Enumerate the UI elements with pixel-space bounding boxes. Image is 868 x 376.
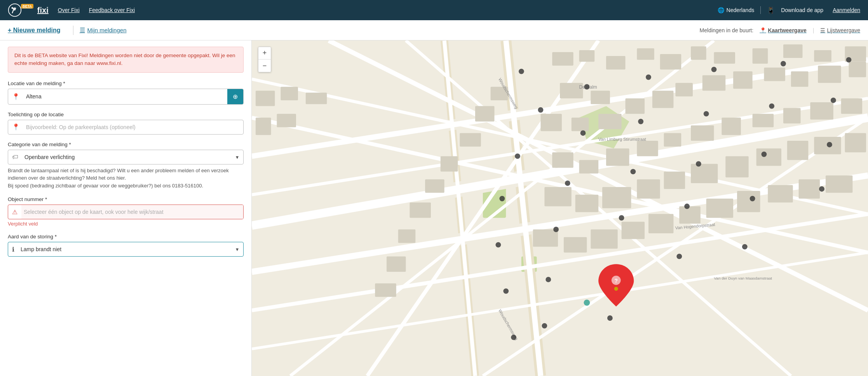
logo-text: fixi [37,6,49,15]
gps-button[interactable]: ⊕ [227,89,243,104]
svg-point-130 [819,186,824,192]
svg-rect-67 [606,149,629,166]
zoom-out-button[interactable]: − [258,59,271,72]
svg-rect-62 [791,72,809,87]
location-group: Locatie van de melding * 📍 ⊕ [8,80,244,105]
category-label: Categorie van de melding * [8,142,244,147]
svg-rect-89 [591,229,617,249]
svg-rect-96 [799,179,820,199]
svg-point-127 [619,215,624,220]
info-icon: ℹ [8,246,18,253]
feedback-link[interactable]: Feedback over Fixi [89,7,135,13]
svg-rect-41 [277,114,296,128]
svg-rect-43 [475,106,495,122]
svg-rect-68 [637,141,658,156]
svg-rect-87 [533,229,558,247]
beta-notice-text: Dit is de BETA website van Fixi! Melding… [14,52,235,66]
svg-point-134 [742,244,748,250]
language-selector[interactable]: 🌐 Nederlands [718,7,755,13]
globe-icon: 🌐 [718,7,724,13]
subnav-right: Meldingen in de buurt: 📍 Kaartweergave |… [700,27,860,33]
svg-point-116 [580,130,586,136]
disorder-select[interactable]: Lamp brandt niet [18,242,231,256]
object-input[interactable] [21,205,243,219]
svg-rect-30 [660,54,682,70]
logo-link[interactable]: BETA fixi [8,3,49,17]
location-detail-input-wrapper: 📍 [8,120,244,135]
svg-rect-54 [572,118,589,131]
svg-rect-57 [652,91,674,108]
svg-rect-66 [579,160,599,174]
location-detail-label: Toelichting op de locatie [8,112,244,117]
zoom-out-icon: − [263,62,267,70]
svg-rect-61 [764,68,785,81]
category-desc-1: Brandt de lantaarnpaal niet of is hij be… [8,168,229,181]
map-panel: Woudschermsweg Van Limburg Stirumstraat … [252,40,868,376]
zoom-in-button[interactable]: + [258,47,271,59]
svg-rect-90 [622,222,645,239]
location-input[interactable] [24,89,227,103]
svg-point-141 [614,287,618,291]
svg-rect-94 [737,191,760,212]
new-report-label: + Nieuwe melding [8,27,61,34]
list-view-toggle[interactable]: ☰ Lijstweergave [820,27,860,33]
svg-rect-82 [725,156,748,178]
location-input-wrapper: 📍 ⊕ [8,89,244,105]
svg-point-126 [553,227,559,232]
location-detail-input[interactable] [24,120,243,134]
new-report-button[interactable]: + Nieuwe melding [8,27,67,34]
location-icon: 📍 [8,93,24,100]
svg-rect-78 [602,187,631,208]
login-link[interactable]: Aanmelden [833,7,860,13]
category-select[interactable]: Openbare verlichting [22,150,231,164]
download-label: Download de app [781,7,823,13]
download-app-button[interactable]: Download de app [781,7,823,13]
svg-rect-27 [579,50,595,62]
svg-rect-32 [714,52,736,64]
svg-rect-35 [814,50,831,62]
svg-rect-40 [256,118,271,135]
svg-rect-59 [702,75,725,91]
svg-point-136 [607,315,613,321]
svg-rect-26 [552,52,573,66]
view-divider: | [813,27,814,33]
svg-point-117 [638,119,643,124]
category-description: Brandt de lantaarnpaal niet of is hij be… [8,167,244,190]
svg-point-108 [495,242,501,248]
chevron-down-icon: ▾ [231,154,243,160]
svg-point-124 [761,152,767,157]
svg-point-107 [499,196,505,201]
object-input-wrapper: ⚠ [8,205,244,219]
svg-rect-65 [552,152,573,168]
svg-point-121 [565,180,570,186]
logo-icon [8,3,22,17]
map-view-toggle[interactable]: 📍 Kaartweergave [760,27,807,33]
svg-rect-72 [753,114,774,128]
svg-rect-91 [648,214,673,233]
category-desc-2: Bij spoed (bedrading zichtbaar of gevaar… [8,183,203,189]
svg-rect-77 [575,195,598,212]
svg-rect-47 [410,203,431,218]
top-navigation: BETA fixi Over Fixi Feedback over Fixi 🌐… [0,0,868,20]
my-reports-link[interactable]: ☰ Mijn meldingen [80,26,127,34]
svg-rect-83 [756,149,781,166]
map-container[interactable]: Woudschermsweg Van Limburg Stirumstraat … [252,40,868,376]
svg-point-135 [542,323,547,329]
list-icon: ☰ [80,26,85,34]
beta-badge: BETA [21,4,33,9]
disorder-group: Aard van de storing * ℹ Lamp brandt niet… [8,234,244,257]
svg-rect-28 [606,56,626,70]
map-view-label: Kaartweergave [768,27,807,33]
about-link[interactable]: Over Fixi [58,7,80,13]
map-zoom-controls: + − [258,47,271,72]
disorder-select-wrapper: ℹ Lamp brandt niet ▾ [8,242,244,257]
nearby-label: Meldingen in de buurt: [700,27,754,33]
disorder-label: Aard van de storing * [8,234,244,240]
svg-rect-74 [810,102,833,120]
svg-rect-45 [441,156,458,172]
svg-rect-48 [398,229,416,243]
beta-notice: Dit is de BETA website van Fixi! Melding… [8,47,244,73]
svg-rect-60 [733,72,753,89]
svg-rect-63 [818,66,841,83]
svg-point-125 [827,142,832,147]
